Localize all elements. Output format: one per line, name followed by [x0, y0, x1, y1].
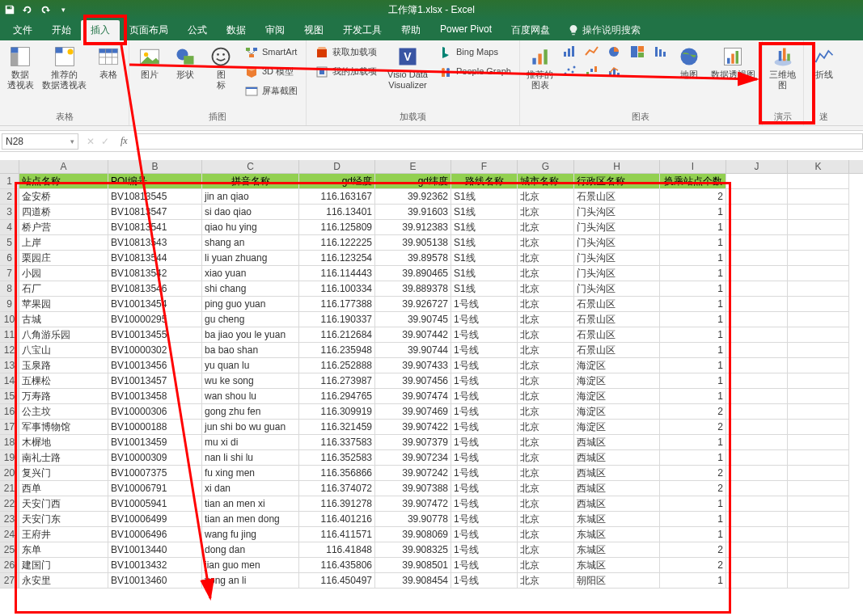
- cell[interactable]: 复兴门: [19, 466, 108, 481]
- cell[interactable]: mu xi di: [202, 435, 299, 450]
- cell[interactable]: 门头沟区: [574, 266, 660, 281]
- tab-视图[interactable]: 视图: [294, 20, 333, 40]
- cell[interactable]: [788, 404, 849, 420]
- cell[interactable]: BV10000309: [108, 450, 202, 466]
- cell[interactable]: 1号线: [451, 573, 518, 589]
- cell[interactable]: 2: [660, 189, 726, 205]
- cell[interactable]: 1号线: [451, 512, 518, 527]
- cell[interactable]: BV10000302: [108, 343, 202, 358]
- cell[interactable]: 116.177388: [299, 297, 375, 312]
- redo-icon[interactable]: [39, 3, 52, 16]
- cell[interactable]: gu cheng: [202, 312, 299, 327]
- row-header[interactable]: 10: [0, 312, 19, 327]
- line-chart-icon[interactable]: [583, 44, 601, 60]
- cell[interactable]: S1线: [451, 235, 518, 251]
- cell[interactable]: yong an li: [202, 573, 299, 589]
- cell[interactable]: 1: [660, 573, 726, 589]
- row-header[interactable]: 3: [0, 205, 19, 220]
- cell[interactable]: 1号线: [451, 558, 518, 573]
- cell[interactable]: 1: [660, 512, 726, 527]
- col-header[interactable]: A: [19, 160, 108, 173]
- cell[interactable]: 1: [660, 358, 726, 373]
- tab-页面布局[interactable]: 页面布局: [120, 20, 178, 40]
- cell[interactable]: [726, 512, 788, 527]
- cell[interactable]: [788, 466, 849, 481]
- cell[interactable]: 北京: [518, 450, 574, 466]
- cell[interactable]: BV10007375: [108, 466, 202, 481]
- cell[interactable]: 116.352583: [299, 450, 375, 466]
- cell[interactable]: 栗园庄: [19, 251, 108, 266]
- cell[interactable]: 116.212684: [299, 327, 375, 343]
- cell[interactable]: 八宝山: [19, 343, 108, 358]
- col-header[interactable]: J: [726, 160, 788, 173]
- cell[interactable]: BV10813544: [108, 251, 202, 266]
- cell[interactable]: 1: [660, 327, 726, 343]
- cell[interactable]: 39.907234: [375, 450, 451, 466]
- cell[interactable]: BV10813543: [108, 235, 202, 251]
- cell[interactable]: 116.401216: [299, 512, 375, 527]
- cell[interactable]: 116.100334: [299, 281, 375, 297]
- cell[interactable]: BV10013456: [108, 358, 202, 373]
- cell[interactable]: 2: [660, 466, 726, 481]
- cell[interactable]: 116.125809: [299, 220, 375, 235]
- cell[interactable]: [788, 512, 849, 527]
- cell[interactable]: [726, 205, 788, 220]
- cell[interactable]: 北京: [518, 312, 574, 327]
- fx-icon[interactable]: fx: [121, 135, 128, 147]
- cell[interactable]: 39.908454: [375, 573, 451, 589]
- col-header[interactable]: B: [108, 160, 202, 173]
- visio-button[interactable]: V Visio Data Visualizer: [385, 44, 430, 92]
- cell[interactable]: BV10813546: [108, 281, 202, 297]
- cell[interactable]: 海淀区: [574, 389, 660, 404]
- cell[interactable]: 1: [660, 435, 726, 450]
- cell[interactable]: ba bao shan: [202, 343, 299, 358]
- cell[interactable]: dong dan: [202, 542, 299, 558]
- smartart-button[interactable]: SmartArt: [241, 44, 301, 61]
- cell[interactable]: jin an qiao: [202, 189, 299, 205]
- cell[interactable]: [788, 373, 849, 389]
- cell[interactable]: [726, 297, 788, 312]
- cell[interactable]: [788, 420, 849, 435]
- row-header[interactable]: 21: [0, 481, 19, 496]
- cell[interactable]: [726, 327, 788, 343]
- cell[interactable]: 石厂: [19, 281, 108, 297]
- cell[interactable]: [726, 527, 788, 542]
- cell[interactable]: [726, 266, 788, 281]
- qat-dropdown-icon[interactable]: ▾: [57, 3, 70, 16]
- my-addins-button[interactable]: 我的加载项: [311, 63, 380, 81]
- cell[interactable]: 39.908325: [375, 542, 451, 558]
- cell[interactable]: [788, 327, 849, 343]
- cell[interactable]: [726, 450, 788, 466]
- pivot-chart-button[interactable]: 数据透视图: [709, 44, 757, 82]
- cell[interactable]: 39.912383: [375, 220, 451, 235]
- cell[interactable]: 116.252888: [299, 358, 375, 373]
- cell[interactable]: 门头沟区: [574, 235, 660, 251]
- cell[interactable]: 116.294765: [299, 389, 375, 404]
- row-header[interactable]: 5: [0, 235, 19, 251]
- row-header[interactable]: 11: [0, 327, 19, 343]
- row-header[interactable]: 22: [0, 496, 19, 512]
- cell[interactable]: 1: [660, 389, 726, 404]
- cell[interactable]: 军事博物馆: [19, 420, 108, 435]
- column-chart-icon[interactable]: [561, 44, 578, 60]
- cancel-formula-icon[interactable]: ✕: [87, 136, 95, 147]
- cell[interactable]: 1: [660, 220, 726, 235]
- cell[interactable]: [726, 542, 788, 558]
- cell[interactable]: 1: [660, 496, 726, 512]
- cell[interactable]: 王府井: [19, 527, 108, 542]
- cell[interactable]: 西城区: [574, 496, 660, 512]
- cell[interactable]: 石景山区: [574, 343, 660, 358]
- cell[interactable]: 东城区: [574, 558, 660, 573]
- cell[interactable]: 建国门: [19, 558, 108, 573]
- cell[interactable]: 1号线: [451, 297, 518, 312]
- cell[interactable]: 小园: [19, 266, 108, 281]
- combo-chart-icon[interactable]: [606, 63, 624, 79]
- cell[interactable]: jun shi bo wu guan: [202, 420, 299, 435]
- treemap-chart-icon[interactable]: [628, 44, 646, 60]
- cell[interactable]: [788, 542, 849, 558]
- cell[interactable]: S1线: [451, 189, 518, 205]
- cell[interactable]: [726, 343, 788, 358]
- cell[interactable]: 北京: [518, 205, 574, 220]
- cell[interactable]: 1: [660, 205, 726, 220]
- cell[interactable]: xi dan: [202, 481, 299, 496]
